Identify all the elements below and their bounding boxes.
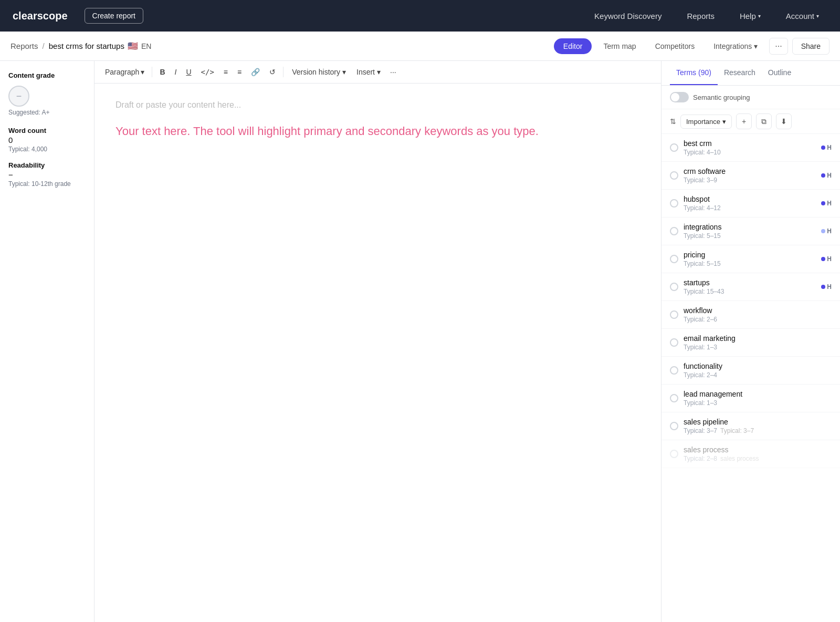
term-typical: Typical: 3–7 (684, 427, 717, 434)
term-checkbox[interactable] (670, 422, 678, 430)
competitors-tab-button[interactable]: Competitors (648, 38, 702, 54)
term-typical: Typical: 1–3 (684, 344, 717, 351)
term-checkbox[interactable] (670, 338, 678, 347)
term-typical: Typical: 2–8 (684, 455, 717, 462)
term-item[interactable]: lead management Typical: 1–3 (662, 385, 840, 412)
numbered-list-button[interactable]: ≡ (233, 65, 246, 79)
term-info: email marketing Typical: 1–3 (684, 334, 826, 351)
term-info: functionality Typical: 2–4 (684, 362, 826, 379)
term-name: sales pipeline (684, 418, 826, 426)
term-item[interactable]: integrations Typical: 5–15 H (662, 217, 840, 245)
term-item[interactable]: best crm Typical: 4–10 H (662, 134, 840, 162)
content-grade-title: Content grade (8, 71, 86, 79)
term-item[interactable]: email marketing Typical: 1–3 (662, 329, 840, 357)
term-map-tab-button[interactable]: Term map (596, 38, 643, 54)
undo-button[interactable]: ↺ (265, 65, 280, 79)
term-name: crm software (684, 167, 816, 175)
editor-tab-button[interactable]: Editor (554, 38, 592, 54)
term-checkbox[interactable] (670, 255, 678, 263)
breadcrumb-reports-link[interactable]: Reports (10, 42, 38, 50)
term-item[interactable]: startups Typical: 15–43 H (662, 273, 840, 301)
editor-placeholder: Draft or paste your content here... (116, 100, 640, 110)
term-badge-dot (821, 173, 825, 178)
term-checkbox[interactable] (670, 283, 678, 291)
term-badge-dot (821, 201, 825, 205)
breadcrumb-current-page: best crms for startups (49, 42, 124, 50)
more-options-button[interactable]: ··· (769, 38, 788, 55)
paragraph-button[interactable]: Paragraph ▾ (101, 65, 149, 79)
term-checkbox[interactable] (670, 310, 678, 319)
term-checkbox[interactable] (670, 143, 678, 152)
nav-account[interactable]: Account ▾ (778, 7, 827, 25)
term-badge-label: H (827, 227, 832, 235)
integrations-tab-button[interactable]: Integrations ▾ (706, 38, 765, 54)
term-checkbox[interactable] (670, 366, 678, 375)
term-badge-dot (821, 146, 825, 150)
term-name: startups (684, 278, 816, 287)
term-name: lead management (684, 390, 826, 398)
editor-content[interactable]: Draft or paste your content here... Your… (94, 84, 661, 622)
term-typical: Typical: 15–43 (684, 288, 724, 295)
nav-keyword-discovery[interactable]: Keyword Discovery (586, 7, 670, 25)
term-item[interactable]: sales pipeline Typical: 3–7 Typical: 3–7 (662, 412, 840, 440)
version-history-button[interactable]: Version history ▾ (287, 65, 351, 79)
term-name: hubspot (684, 195, 816, 203)
add-filter-button[interactable]: + (736, 113, 752, 129)
sidebar: Content grade − Suggested: A+ Word count… (0, 61, 94, 622)
term-item[interactable]: sales process Typical: 2–8 sales process (662, 440, 840, 468)
importance-select[interactable]: Importance ▾ (680, 115, 732, 129)
tab-research[interactable]: Research (718, 61, 762, 85)
readability-metric: Readability − Typical: 10-12th grade (8, 161, 86, 188)
term-item[interactable]: workflow Typical: 2–6 (662, 301, 840, 329)
term-info: integrations Typical: 5–15 (684, 223, 816, 240)
term-name: sales process (684, 445, 826, 454)
term-item[interactable]: functionality Typical: 2–4 (662, 357, 840, 385)
term-item[interactable]: pricing Typical: 5–15 H (662, 245, 840, 273)
term-badge-label: H (827, 200, 832, 207)
link-button[interactable]: 🔗 (247, 65, 264, 79)
underline-button[interactable]: U (182, 65, 195, 79)
term-name: workflow (684, 306, 826, 315)
breadcrumb-separator: / (43, 42, 45, 50)
share-button[interactable]: Share (792, 38, 830, 55)
create-report-button[interactable]: Create report (85, 8, 143, 24)
term-info: pricing Typical: 5–15 (684, 251, 816, 267)
term-checkbox[interactable] (670, 450, 678, 458)
italic-button[interactable]: I (171, 65, 181, 79)
tab-outline[interactable]: Outline (762, 61, 797, 85)
term-checkbox[interactable] (670, 199, 678, 208)
main-layout: Content grade − Suggested: A+ Word count… (0, 61, 840, 622)
term-checkbox[interactable] (670, 227, 678, 235)
word-count-typical: Typical: 4,000 (8, 146, 86, 153)
semantic-grouping-toggle[interactable] (670, 92, 689, 102)
importance-chevron-icon: ▾ (722, 118, 726, 126)
readability-value: − (8, 170, 86, 179)
toolbar-more-button[interactable]: ··· (386, 65, 401, 79)
tab-terms[interactable]: Terms (90) (670, 61, 718, 85)
term-checkbox[interactable] (670, 171, 678, 180)
breadcrumb-bar: Reports / best crms for startups 🇺🇸 EN E… (0, 32, 840, 61)
integrations-chevron-icon: ▾ (754, 42, 758, 50)
download-button[interactable]: ⬇ (776, 113, 792, 129)
toolbar-separator-1 (152, 67, 152, 77)
insert-button[interactable]: Insert ▾ (352, 65, 385, 79)
semantic-grouping-label: Semantic grouping (693, 94, 750, 101)
bullets-button[interactable]: ≡ (219, 65, 232, 79)
term-name: best crm (684, 139, 816, 148)
grade-circle: − (8, 86, 29, 107)
term-item[interactable]: hubspot Typical: 4–12 H (662, 190, 840, 217)
term-typical: Typical: 5–15 (684, 232, 721, 240)
term-typical-ghost: Typical: 3–7 (720, 427, 754, 434)
term-badge: H (821, 200, 832, 207)
term-checkbox[interactable] (670, 394, 678, 402)
code-button[interactable]: </> (197, 65, 218, 79)
nav-reports[interactable]: Reports (678, 7, 723, 25)
term-name: integrations (684, 223, 816, 231)
bold-button[interactable]: B (155, 65, 169, 79)
term-item[interactable]: crm software Typical: 3–9 H (662, 162, 840, 190)
term-typical: Typical: 1–3 (684, 399, 717, 407)
nav-help[interactable]: Help ▾ (731, 7, 769, 25)
copy-button[interactable]: ⧉ (756, 113, 772, 129)
filter-icon: ⇅ (670, 117, 676, 126)
term-badge: H (821, 172, 832, 179)
